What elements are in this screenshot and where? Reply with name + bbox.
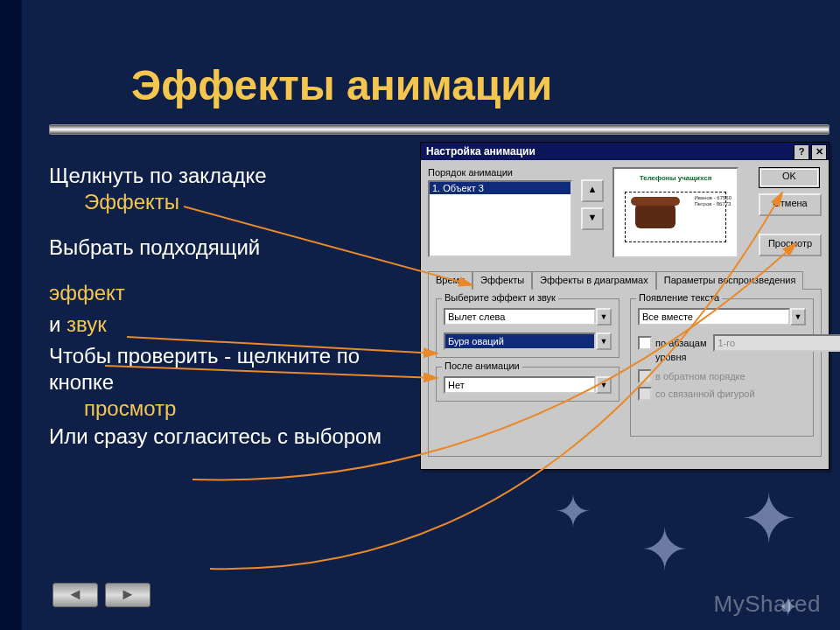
sound-dropdown[interactable]: Буря оваций ▼ [444,332,612,350]
dialog-title-text: Настройка анимации [426,145,536,158]
slide-title: Эффекты анимации [131,61,552,109]
chevron-down-icon[interactable]: ▼ [596,376,612,394]
checkbox-label: в обратном порядке [655,371,746,382]
checkbox-icon [638,336,652,350]
checkbox-by-paragraph[interactable]: по абзацам ▼ [638,334,806,352]
group-label: Выберите эффект и звук [442,292,558,303]
preview-text: Иванов - 67560Петров - 86773 [694,195,732,207]
close-button[interactable]: ✕ [811,144,827,160]
watermark: MyShared [714,591,822,618]
group-label: Появление текста [636,292,722,303]
move-up-button[interactable]: ▲ [581,179,604,202]
nav-prev-button[interactable]: ◄ [52,583,98,607]
tab-bar: Время Эффекты Эффекты в диаграммах Парам… [428,270,822,290]
text-appearance-dropdown[interactable]: ▼ [638,308,806,326]
slide-body: Щелкнуть по закладке Эффекты Выбрать под… [49,163,399,469]
animation-settings-dialog: Настройка анимации ? ✕ Порядок анимации … [420,142,830,470]
star-icon: ✦ [740,480,797,559]
after-value[interactable] [444,376,596,394]
phone-icon [635,202,676,228]
tab-effects[interactable]: Эффекты [472,271,532,290]
chevron-down-icon[interactable]: ▼ [596,308,612,326]
chevron-down-icon[interactable]: ▼ [596,332,612,350]
effect-dropdown[interactable]: ▼ [444,308,612,326]
paragraph-level-dropdown: ▼ [713,334,750,352]
checkbox-icon [638,387,652,401]
para-level-value [713,334,840,352]
para-level-suffix: уровня [655,352,806,362]
text-line: Выбрать подходящий [49,234,399,261]
chevron-down-icon[interactable]: ▼ [790,308,806,326]
after-dropdown[interactable]: ▼ [444,376,612,394]
checkbox-label: со связанной фигурой [655,388,755,399]
animation-order-list[interactable]: 1. Объект 3 [428,180,572,257]
group-label: После анимации [442,360,522,371]
tab-time[interactable]: Время [428,271,472,290]
dialog-titlebar[interactable]: Настройка анимации ? ✕ [421,143,829,160]
text-line: Щелкнуть по закладке [49,164,267,187]
slide-preview: Телефоны учащихся Иванов - 67560Петров -… [612,167,738,258]
title-separator [49,124,830,135]
effect-value[interactable] [444,308,596,326]
text-value[interactable] [638,308,790,326]
highlight-sound: звук [66,312,107,336]
tab-chart-effects[interactable]: Эффекты в диаграммах [532,271,656,290]
move-down-button[interactable]: ▼ [581,207,604,230]
cancel-button[interactable]: Отмена [759,193,822,216]
group-after-animation: После анимации ▼ [436,367,620,402]
highlight-effects: Эффекты [84,189,399,215]
highlight-preview: просмотр [84,396,399,422]
text-line: и [49,312,66,336]
help-button[interactable]: ? [794,144,809,160]
tab-playback-params[interactable]: Параметры воспроизведения [656,271,804,290]
star-icon: ✦ [640,516,689,584]
preview-title: Телефоны учащихся [614,174,737,182]
highlight-effect: эффект [49,280,399,306]
sound-value[interactable]: Буря оваций [444,332,596,350]
nav-next-button[interactable]: ► [105,583,150,607]
checkbox-reverse-order: в обратном порядке [638,369,806,383]
star-icon: ✦ [555,486,592,537]
list-item[interactable]: 1. Объект 3 [430,182,570,194]
tab-panel-effects: Выберите эффект и звук ▼ Буря оваций ▼ П… [428,290,822,457]
order-label: Порядок анимации [428,167,572,178]
checkbox-label: по абзацам [655,338,706,348]
preview-button[interactable]: Просмотр [759,234,822,256]
checkbox-linked-shape: со связанной фигурой [638,387,806,401]
text-line: Чтобы проверить - щелкните по кнопке [49,344,360,394]
ok-button[interactable]: OK [759,167,820,188]
text-line: Или сразу согласитесь с выбором [49,424,399,450]
group-effect-sound: Выберите эффект и звук ▼ Буря оваций ▼ [436,298,620,358]
group-text-appearance: Появление текста ▼ по абзацам ▼ уровня [630,298,814,437]
checkbox-icon [638,369,652,383]
